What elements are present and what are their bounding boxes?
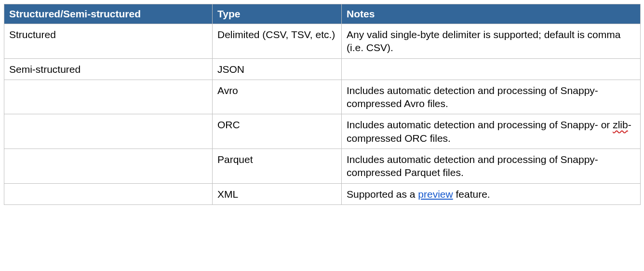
header-structure: Structured/Semi-structured [4,4,213,24]
cell-notes: Any valid single-byte delimiter is suppo… [342,24,641,59]
cell-structure [4,114,213,149]
notes-text-post: feature. [453,189,490,200]
table-row: Avro Includes automatic detection and pr… [4,80,641,114]
cell-type: JSON [213,58,342,80]
cell-notes: Supported as a preview feature. [342,183,641,204]
preview-link[interactable]: preview [418,189,453,200]
table-row: Parquet Includes automatic detection and… [4,149,641,184]
cell-structure [4,183,213,204]
notes-text-pre: Includes automatic detection and process… [347,119,613,130]
cell-notes: Includes automatic detection and process… [342,114,641,149]
table-row: ORC Includes automatic detection and pro… [4,114,641,149]
table-row: XML Supported as a preview feature. [4,183,641,204]
table-row: Semi-structured JSON [4,58,641,80]
cell-structure: Semi-structured [4,58,213,80]
cell-structure [4,80,213,114]
cell-structure: Structured [4,24,213,59]
table-row: Structured Delimited (CSV, TSV, etc.) An… [4,24,641,59]
cell-type: ORC [213,114,342,149]
cell-type: Avro [213,80,342,114]
table-header-row: Structured/Semi-structured Type Notes [4,4,641,24]
file-format-table: Structured/Semi-structured Type Notes St… [4,4,641,205]
spellcheck-word: zlib [613,119,628,130]
cell-type: Parquet [213,149,342,184]
cell-notes: Includes automatic detection and process… [342,80,641,114]
cell-type: Delimited (CSV, TSV, etc.) [213,24,342,59]
header-type: Type [213,4,342,24]
cell-notes [342,58,641,80]
cell-structure [4,149,213,184]
cell-notes: Includes automatic detection and process… [342,149,641,184]
cell-type: XML [213,183,342,204]
header-notes: Notes [342,4,641,24]
notes-text-pre: Supported as a [347,189,418,200]
